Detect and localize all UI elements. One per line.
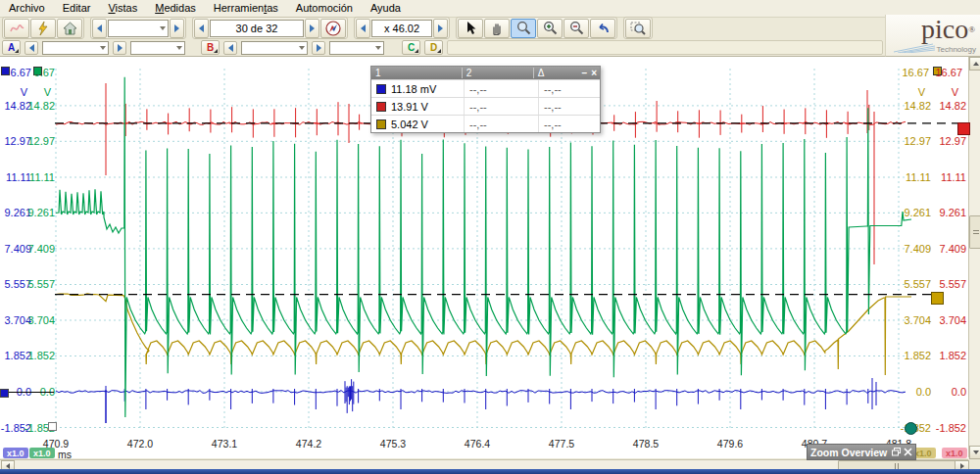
chevron-corner-icon (15, 49, 19, 53)
menu-archivo[interactable]: Archivo (0, 1, 54, 16)
menu-automocin[interactable]: Automoción (287, 1, 362, 16)
navigator-button[interactable] (320, 19, 346, 38)
restore-icon[interactable] (892, 448, 901, 456)
measurement-row: 13.91 V--,----,-- (371, 97, 600, 115)
ruler-handle-empty[interactable] (48, 422, 57, 431)
x-axis-tick-label: 478.5 (633, 438, 659, 450)
scroll-up-button[interactable] (969, 57, 980, 71)
vertical-scrollbar[interactable] (968, 57, 980, 457)
chevron-corner-icon (415, 49, 418, 53)
channel-d-button[interactable]: D (424, 40, 443, 55)
channel-b-button[interactable]: B (201, 40, 220, 55)
buffer-next-button[interactable] (170, 19, 184, 38)
waveform-icon-button[interactable] (4, 19, 29, 38)
zoom-factor[interactable]: x 46.02 (371, 20, 432, 37)
measurement-delta: --,-- (539, 101, 600, 113)
arrow-left-icon (97, 24, 102, 32)
arrow-right-icon (118, 44, 122, 52)
scale-badge[interactable]: x1.0 (3, 448, 28, 458)
marquee-zoom-button[interactable] (625, 19, 651, 38)
zoom-tool-button[interactable] (511, 19, 536, 38)
scale-badge[interactable]: x1.0 (942, 448, 967, 458)
zoom-out-tool-button[interactable] (564, 19, 589, 38)
chevron-corner-icon (214, 49, 218, 53)
axis-tick-label: 5.557 (898, 278, 931, 290)
setup-button[interactable] (30, 19, 56, 38)
chevron-down-icon (100, 46, 106, 50)
channel-swatch (376, 84, 386, 94)
measurement-value: 13.91 V (391, 101, 428, 113)
measure-col-delta: Δ (534, 68, 582, 78)
trigger-marker[interactable] (905, 422, 917, 435)
menu-herramientas[interactable]: Herramientas (205, 1, 287, 16)
measurement-value-2: --,-- (465, 80, 539, 97)
arrow-right-icon (438, 24, 443, 32)
channel-a-ground-marker[interactable] (0, 389, 9, 398)
page-prev-button[interactable] (194, 19, 209, 38)
menu-vistas[interactable]: Vistas (99, 1, 146, 16)
ruler-handle-red[interactable] (957, 122, 970, 135)
channel-a-coupling-combo[interactable] (130, 41, 185, 55)
scroll-down-button[interactable] (969, 446, 980, 459)
axis-tick-label: 14.82 (898, 100, 931, 112)
zoom-inc-button[interactable] (433, 19, 448, 38)
close-icon[interactable] (904, 448, 912, 456)
buffer-prev-button[interactable] (92, 19, 107, 38)
channel-b-prev-button[interactable] (223, 41, 237, 55)
chevron-down-icon (375, 46, 381, 50)
axis-tick-label: 11.11 (898, 171, 931, 183)
undo-zoom-button[interactable] (590, 19, 615, 38)
x-axis-tick-label: 472.0 (127, 438, 153, 450)
measurement-value: 5.042 V (391, 118, 428, 130)
zoom-in-tool-button[interactable] (537, 19, 563, 38)
arrow-right-icon (310, 24, 315, 32)
buffer-combo[interactable] (108, 20, 169, 37)
zoom-dec-button[interactable] (356, 19, 370, 38)
channel-b-coupling-combo[interactable] (329, 41, 384, 55)
pan-tool-button[interactable] (484, 19, 510, 38)
axis-tick-label: 16.67 (896, 67, 929, 78)
measurements-header: 1 2 Δ – × (371, 67, 600, 79)
measurements-panel[interactable]: 1 2 Δ – × 11.18 mV--,----,--13.91 V--,--… (370, 66, 601, 133)
scale-badge[interactable]: x1.0 (29, 448, 55, 458)
arrow-up-icon (973, 62, 979, 66)
zoom-overview-titlebar[interactable]: Zoom Overview (807, 444, 916, 460)
axis-tick-label: -1.852 (933, 422, 966, 434)
close-icon[interactable]: × (591, 68, 597, 78)
menu-bar: ArchivoEditarVistasMedidasHerramientasAu… (0, 0, 980, 18)
channel-a-button[interactable]: A (2, 40, 21, 55)
vscroll-thumb[interactable] (969, 215, 980, 249)
logo-wave-decoration (894, 41, 935, 53)
menu-ayuda[interactable]: Ayuda (362, 1, 410, 16)
page-indicator[interactable]: 30 de 32 (210, 20, 304, 37)
menu-editar[interactable]: Editar (54, 1, 100, 16)
channel-c-button[interactable]: C (402, 40, 420, 55)
minimize-icon[interactable]: – (582, 68, 588, 78)
axis-tick-label: 12.97 (933, 135, 966, 147)
channel-a-range-combo[interactable] (42, 41, 109, 55)
axis-tick-label: 3.704 (898, 314, 931, 326)
home-button[interactable] (57, 19, 82, 38)
channel-a-next-button[interactable] (113, 41, 126, 55)
ruler-handle-yellow[interactable] (931, 292, 944, 305)
channel-b-range-combo[interactable] (241, 41, 308, 55)
axis-tick-label: 9.261 (22, 207, 55, 218)
page-next-button[interactable] (305, 19, 319, 38)
picoscope-window: ArchivoEditarVistasMedidasHerramientasAu… (0, 0, 980, 474)
pico-technology-text: Technology (937, 45, 976, 54)
pico-brand-text: pico® (921, 17, 975, 42)
pointer-tool-button[interactable] (458, 19, 483, 38)
home-icon (63, 22, 77, 35)
axis-tick-label: 5.557 (22, 278, 55, 290)
axis-tick-label: 1.852 (22, 350, 55, 361)
measurement-value-2: --,-- (465, 116, 539, 132)
chevron-down-icon (299, 46, 305, 50)
magnifier-icon (516, 21, 531, 35)
axis-tick-label: 7.409 (22, 243, 55, 255)
menu-medidas[interactable]: Medidas (146, 1, 205, 16)
channel-b-next-button[interactable] (312, 41, 325, 55)
measurement-row: 5.042 V--,----,-- (371, 115, 600, 132)
cursor-icon (465, 21, 477, 35)
channel-a-prev-button[interactable] (24, 41, 38, 55)
x-axis-tick-label: 477.5 (549, 438, 574, 450)
